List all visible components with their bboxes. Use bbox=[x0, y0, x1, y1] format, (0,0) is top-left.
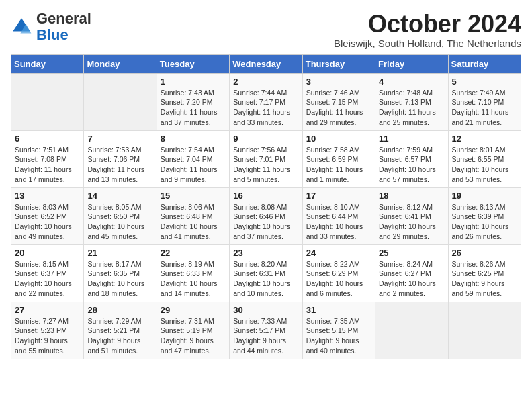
calendar-cell: 2Sunrise: 7:44 AMSunset: 7:17 PMDaylight… bbox=[230, 73, 302, 130]
page-header: General Blue October 2024 Bleiswijk, Sou… bbox=[11, 11, 521, 49]
calendar-cell: 28Sunrise: 7:29 AMSunset: 5:21 PMDayligh… bbox=[84, 302, 157, 359]
calendar-cell bbox=[84, 73, 157, 130]
calendar-cell: 16Sunrise: 8:08 AMSunset: 6:46 PMDayligh… bbox=[230, 187, 302, 244]
day-number: 20 bbox=[15, 248, 80, 258]
calendar-cell: 13Sunrise: 8:03 AMSunset: 6:52 PMDayligh… bbox=[11, 187, 84, 244]
calendar-cell bbox=[375, 302, 448, 359]
day-detail: Sunrise: 8:03 AMSunset: 6:52 PMDaylight:… bbox=[15, 202, 80, 242]
day-number: 5 bbox=[452, 77, 517, 87]
week-row-4: 20Sunrise: 8:15 AMSunset: 6:37 PMDayligh… bbox=[11, 244, 521, 302]
day-detail: Sunrise: 8:22 AMSunset: 6:29 PMDaylight:… bbox=[306, 259, 371, 299]
weekday-header-monday: Monday bbox=[84, 54, 157, 73]
day-number: 24 bbox=[306, 248, 371, 258]
day-detail: Sunrise: 7:44 AMSunset: 7:17 PMDaylight:… bbox=[233, 88, 298, 128]
day-detail: Sunrise: 7:27 AMSunset: 5:23 PMDaylight:… bbox=[15, 316, 80, 356]
week-row-3: 13Sunrise: 8:03 AMSunset: 6:52 PMDayligh… bbox=[11, 187, 521, 244]
calendar-cell: 10Sunrise: 7:58 AMSunset: 6:59 PMDayligh… bbox=[302, 130, 375, 187]
week-row-2: 6Sunrise: 7:51 AMSunset: 7:08 PMDaylight… bbox=[11, 130, 521, 187]
day-detail: Sunrise: 8:24 AMSunset: 6:27 PMDaylight:… bbox=[379, 259, 444, 299]
day-detail: Sunrise: 7:59 AMSunset: 6:57 PMDaylight:… bbox=[379, 145, 444, 185]
calendar-cell: 31Sunrise: 7:35 AMSunset: 5:15 PMDayligh… bbox=[302, 302, 375, 359]
day-detail: Sunrise: 8:06 AMSunset: 6:48 PMDaylight:… bbox=[161, 202, 226, 242]
day-number: 25 bbox=[379, 248, 444, 258]
day-detail: Sunrise: 8:17 AMSunset: 6:35 PMDaylight:… bbox=[87, 259, 152, 299]
day-detail: Sunrise: 8:08 AMSunset: 6:46 PMDaylight:… bbox=[233, 202, 298, 242]
day-number: 7 bbox=[87, 134, 152, 144]
day-number: 3 bbox=[306, 77, 371, 87]
day-number: 10 bbox=[306, 134, 371, 144]
day-number: 17 bbox=[306, 191, 371, 201]
day-number: 13 bbox=[15, 191, 80, 201]
day-detail: Sunrise: 8:26 AMSunset: 6:25 PMDaylight:… bbox=[452, 259, 517, 299]
day-number: 26 bbox=[452, 248, 517, 258]
day-number: 11 bbox=[379, 134, 444, 144]
day-detail: Sunrise: 7:56 AMSunset: 7:01 PMDaylight:… bbox=[233, 145, 298, 185]
day-detail: Sunrise: 7:35 AMSunset: 5:15 PMDaylight:… bbox=[306, 316, 371, 356]
day-detail: Sunrise: 7:43 AMSunset: 7:20 PMDaylight:… bbox=[161, 88, 226, 128]
day-number: 2 bbox=[233, 77, 298, 87]
day-detail: Sunrise: 7:33 AMSunset: 5:17 PMDaylight:… bbox=[233, 316, 298, 356]
day-number: 29 bbox=[161, 305, 226, 315]
logo-blue: Blue bbox=[36, 26, 69, 43]
week-row-1: 1Sunrise: 7:43 AMSunset: 7:20 PMDaylight… bbox=[11, 73, 521, 130]
calendar-cell: 8Sunrise: 7:54 AMSunset: 7:04 PMDaylight… bbox=[157, 130, 229, 187]
weekday-header-sunday: Sunday bbox=[11, 54, 84, 73]
calendar-cell: 12Sunrise: 8:01 AMSunset: 6:55 PMDayligh… bbox=[448, 130, 521, 187]
day-detail: Sunrise: 8:10 AMSunset: 6:44 PMDaylight:… bbox=[306, 202, 371, 242]
calendar-cell: 30Sunrise: 7:33 AMSunset: 5:17 PMDayligh… bbox=[230, 302, 302, 359]
day-number: 8 bbox=[161, 134, 226, 144]
day-number: 22 bbox=[161, 248, 226, 258]
day-number: 28 bbox=[87, 305, 152, 315]
calendar-cell: 23Sunrise: 8:20 AMSunset: 6:31 PMDayligh… bbox=[230, 244, 302, 302]
day-number: 14 bbox=[87, 191, 152, 201]
calendar-cell: 19Sunrise: 8:13 AMSunset: 6:39 PMDayligh… bbox=[448, 187, 521, 244]
day-number: 23 bbox=[233, 248, 298, 258]
day-detail: Sunrise: 7:31 AMSunset: 5:19 PMDaylight:… bbox=[161, 316, 226, 356]
calendar-cell: 27Sunrise: 7:27 AMSunset: 5:23 PMDayligh… bbox=[11, 302, 84, 359]
day-number: 1 bbox=[161, 77, 226, 87]
calendar-cell: 21Sunrise: 8:17 AMSunset: 6:35 PMDayligh… bbox=[84, 244, 157, 302]
calendar-cell: 25Sunrise: 8:24 AMSunset: 6:27 PMDayligh… bbox=[375, 244, 448, 302]
day-number: 6 bbox=[15, 134, 80, 144]
calendar-cell: 3Sunrise: 7:46 AMSunset: 7:15 PMDaylight… bbox=[302, 73, 375, 130]
calendar-cell: 15Sunrise: 8:06 AMSunset: 6:48 PMDayligh… bbox=[157, 187, 229, 244]
logo-icon bbox=[11, 16, 32, 38]
title-block: October 2024 Bleiswijk, South Holland, T… bbox=[334, 11, 521, 49]
calendar-cell: 17Sunrise: 8:10 AMSunset: 6:44 PMDayligh… bbox=[302, 187, 375, 244]
day-detail: Sunrise: 8:20 AMSunset: 6:31 PMDaylight:… bbox=[233, 259, 298, 299]
logo: General Blue bbox=[11, 11, 91, 43]
weekday-header-tuesday: Tuesday bbox=[157, 54, 229, 73]
day-number: 15 bbox=[161, 191, 226, 201]
calendar-cell: 26Sunrise: 8:26 AMSunset: 6:25 PMDayligh… bbox=[448, 244, 521, 302]
week-row-5: 27Sunrise: 7:27 AMSunset: 5:23 PMDayligh… bbox=[11, 302, 521, 359]
weekday-header-friday: Friday bbox=[375, 54, 448, 73]
day-detail: Sunrise: 8:19 AMSunset: 6:33 PMDaylight:… bbox=[161, 259, 226, 299]
day-detail: Sunrise: 7:54 AMSunset: 7:04 PMDaylight:… bbox=[161, 145, 226, 185]
day-number: 4 bbox=[379, 77, 444, 87]
day-detail: Sunrise: 8:12 AMSunset: 6:41 PMDaylight:… bbox=[379, 202, 444, 242]
calendar-cell: 4Sunrise: 7:48 AMSunset: 7:13 PMDaylight… bbox=[375, 73, 448, 130]
day-number: 27 bbox=[15, 305, 80, 315]
calendar-cell: 20Sunrise: 8:15 AMSunset: 6:37 PMDayligh… bbox=[11, 244, 84, 302]
location: Bleiswijk, South Holland, The Netherland… bbox=[334, 38, 521, 49]
day-detail: Sunrise: 7:53 AMSunset: 7:06 PMDaylight:… bbox=[87, 145, 152, 185]
calendar-table: SundayMondayTuesdayWednesdayThursdayFrid… bbox=[11, 54, 521, 359]
day-detail: Sunrise: 8:05 AMSunset: 6:50 PMDaylight:… bbox=[87, 202, 152, 242]
calendar-cell: 14Sunrise: 8:05 AMSunset: 6:50 PMDayligh… bbox=[84, 187, 157, 244]
day-detail: Sunrise: 7:51 AMSunset: 7:08 PMDaylight:… bbox=[15, 145, 80, 185]
day-detail: Sunrise: 7:29 AMSunset: 5:21 PMDaylight:… bbox=[87, 316, 152, 356]
calendar-cell: 9Sunrise: 7:56 AMSunset: 7:01 PMDaylight… bbox=[230, 130, 302, 187]
calendar-cell bbox=[11, 73, 84, 130]
day-detail: Sunrise: 8:13 AMSunset: 6:39 PMDaylight:… bbox=[452, 202, 517, 242]
calendar-cell: 6Sunrise: 7:51 AMSunset: 7:08 PMDaylight… bbox=[11, 130, 84, 187]
weekday-header-wednesday: Wednesday bbox=[230, 54, 302, 73]
month-title: October 2024 bbox=[334, 11, 521, 38]
calendar-cell: 1Sunrise: 7:43 AMSunset: 7:20 PMDaylight… bbox=[157, 73, 229, 130]
day-detail: Sunrise: 7:48 AMSunset: 7:13 PMDaylight:… bbox=[379, 88, 444, 128]
weekday-header-saturday: Saturday bbox=[448, 54, 521, 73]
calendar-cell: 29Sunrise: 7:31 AMSunset: 5:19 PMDayligh… bbox=[157, 302, 229, 359]
day-detail: Sunrise: 8:15 AMSunset: 6:37 PMDaylight:… bbox=[15, 259, 80, 299]
calendar-cell: 11Sunrise: 7:59 AMSunset: 6:57 PMDayligh… bbox=[375, 130, 448, 187]
day-number: 18 bbox=[379, 191, 444, 201]
weekday-header-thursday: Thursday bbox=[302, 54, 375, 73]
